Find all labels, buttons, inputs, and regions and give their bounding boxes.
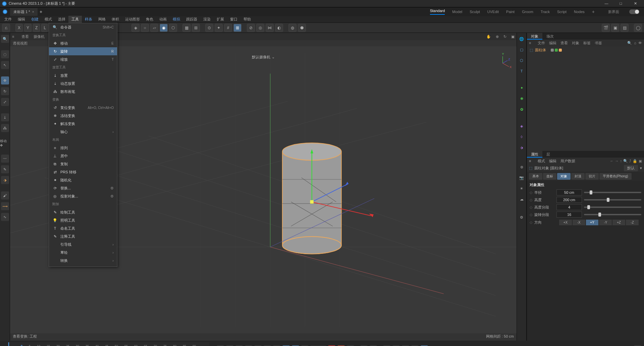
- menu-extensions[interactable]: 扩展: [214, 16, 227, 23]
- menu-item-freeze[interactable]: ❄冻结变换: [49, 112, 117, 120]
- scale-tool-icon[interactable]: ⤢: [1, 98, 9, 106]
- viewport-menu-icon[interactable]: [12, 35, 17, 39]
- menu-animate[interactable]: 动画: [156, 16, 170, 23]
- prim-plane-button[interactable]: ▱: [150, 24, 158, 32]
- menu-item-dynplace[interactable]: ⇣动态放置: [49, 79, 117, 88]
- layout-model[interactable]: Model: [452, 10, 462, 14]
- path-tool-icon[interactable]: ⟿: [1, 202, 9, 210]
- menu-item-commander[interactable]: 🔍命令器Shift+C: [49, 23, 117, 31]
- cursor-icon[interactable]: ↖: [1, 61, 9, 69]
- dir-plus-z[interactable]: +Z: [612, 220, 625, 225]
- object-menu-bookmark[interactable]: 书签: [595, 41, 602, 46]
- palette-globe-icon[interactable]: 🌐: [518, 35, 526, 43]
- tab-layer[interactable]: 层: [542, 151, 554, 158]
- palette-deformer-icon[interactable]: ◈: [518, 122, 526, 130]
- live-select-icon[interactable]: ◌: [1, 50, 9, 58]
- object-search-icon[interactable]: 🔍: [627, 41, 632, 45]
- nav-hand-icon[interactable]: ✋: [486, 35, 491, 39]
- render-dot-icon[interactable]: [559, 49, 562, 52]
- menu-spline[interactable]: 样条: [82, 16, 95, 23]
- menu-edit[interactable]: 编辑: [15, 16, 28, 23]
- menu-item-arrange[interactable]: ≡排列: [49, 144, 117, 152]
- menu-item-prs[interactable]: ⇄PRS 转移: [49, 168, 117, 176]
- height-slider[interactable]: [584, 199, 641, 200]
- menu-volume[interactable]: 体积: [109, 16, 122, 23]
- subtab-coord[interactable]: 坐标: [543, 173, 556, 180]
- magnet-button[interactable]: ⊙: [205, 24, 213, 32]
- menu-item-doodle[interactable]: 草绘›: [49, 248, 117, 256]
- menu-item-guide[interactable]: 引导线›: [49, 240, 117, 248]
- nav-back-icon[interactable]: ←: [610, 159, 614, 163]
- tab-takes[interactable]: 场次: [542, 33, 558, 40]
- palette-effector-icon[interactable]: ❋: [518, 95, 526, 103]
- document-tab[interactable]: 未标题 1 * ×: [10, 8, 38, 16]
- object-menu-icon[interactable]: [529, 41, 534, 45]
- scatter-tool-icon[interactable]: ⁂: [1, 124, 9, 132]
- keyframe-diamond-icon[interactable]: ◇: [530, 213, 532, 217]
- dir-plus-x[interactable]: +X: [559, 220, 572, 225]
- menu-item-scatter[interactable]: ⁂散布画笔: [49, 88, 117, 96]
- attr-collapse-icon[interactable]: ▣: [639, 159, 642, 163]
- menu-item-annotate[interactable]: ✎注释工具: [49, 232, 117, 240]
- attr-preset-label[interactable]: 默认: [624, 165, 638, 171]
- tab-objects[interactable]: 对象: [527, 33, 542, 40]
- menu-tracker[interactable]: 跟踪器: [183, 16, 200, 23]
- render-view-button[interactable]: ◯: [634, 24, 642, 32]
- prim-cylinder-button[interactable]: ◉: [160, 24, 168, 32]
- keyframe-diamond-icon[interactable]: ◇: [530, 190, 532, 195]
- layout-uvedit[interactable]: UVEdit: [487, 10, 499, 14]
- viewport-menu-view[interactable]: 查看: [21, 34, 29, 39]
- radius-slider[interactable]: [584, 192, 641, 193]
- nav-zoom-icon[interactable]: ⊕: [496, 35, 499, 39]
- menu-character[interactable]: 角色: [143, 16, 156, 23]
- rotate-tool-icon[interactable]: ↻: [1, 87, 9, 95]
- menu-file[interactable]: 文件: [1, 16, 15, 23]
- palette-generator-icon[interactable]: ◊: [518, 133, 526, 141]
- attr-goto-icon[interactable]: ⤴: [629, 159, 631, 163]
- object-menu-file[interactable]: 文件: [538, 41, 545, 46]
- palette-material-icon[interactable]: ⊚: [518, 163, 526, 171]
- subtab-phong[interactable]: 平滑着色(Phong): [599, 173, 632, 180]
- attr-menu-icon[interactable]: [529, 159, 534, 163]
- palette-rect-icon[interactable]: ▢: [518, 46, 526, 54]
- menu-item-light[interactable]: 💡照明工具: [49, 216, 117, 224]
- layout-paint[interactable]: Paint: [506, 10, 515, 14]
- attr-lock-icon[interactable]: 🔒: [633, 159, 637, 163]
- history-button[interactable]: ⎌: [2, 24, 10, 32]
- visibility-dot-icon[interactable]: [555, 49, 558, 52]
- menu-render[interactable]: 渲染: [200, 16, 214, 23]
- object-eye-icon[interactable]: 👁: [638, 41, 642, 45]
- palette-text-icon[interactable]: T: [518, 67, 526, 75]
- axis-z-button[interactable]: Z: [33, 24, 40, 32]
- playhead[interactable]: [8, 342, 9, 346]
- axis-x-button[interactable]: X: [15, 24, 23, 32]
- search-icon[interactable]: 🔍: [1, 35, 9, 43]
- palette-render-icon[interactable]: ⚙: [518, 213, 526, 221]
- move-tool-icon[interactable]: ✥: [1, 76, 9, 84]
- minimize-button[interactable]: —: [600, 1, 613, 5]
- render-settings-button[interactable]: 🎬: [602, 24, 610, 32]
- menu-mode[interactable]: 模式: [42, 16, 55, 23]
- menu-window[interactable]: 窗口: [227, 16, 240, 23]
- maximize-button[interactable]: □: [614, 1, 628, 5]
- menu-select[interactable]: 选择: [55, 16, 68, 23]
- menu-item-unfreeze[interactable]: ✦解冻变换: [49, 120, 117, 128]
- nav-fwd-icon[interactable]: →: [615, 159, 619, 163]
- new-tab-button[interactable]: +: [40, 9, 42, 14]
- palette-field-icon[interactable]: ✿: [518, 105, 526, 113]
- subtab-object[interactable]: 对象: [557, 173, 571, 180]
- object-menu-object[interactable]: 对象: [572, 41, 579, 46]
- menu-tools[interactable]: 工具: [68, 16, 82, 23]
- subtab-basic[interactable]: 基本: [529, 173, 542, 180]
- brush-tool-icon[interactable]: 🖌: [1, 191, 9, 199]
- rseg-slider[interactable]: [584, 214, 641, 215]
- grid-toggle-button[interactable]: #: [224, 24, 232, 32]
- subtab-slice[interactable]: 切片: [585, 173, 599, 180]
- radius-input[interactable]: 50 cm: [556, 189, 582, 195]
- timeline-ruler[interactable]: 051015202530354045505560657075808590 0 F…: [7, 342, 209, 346]
- layer-dot-icon[interactable]: [551, 49, 554, 52]
- menu-item-project[interactable]: ◎投射对象...⚙: [49, 192, 117, 200]
- knife-tool-icon[interactable]: ✎: [1, 165, 9, 173]
- psr-button[interactable]: ◍: [288, 24, 297, 32]
- menu-item-reset[interactable]: ↺复位变换Alt+O, Ctrl+Alt+O: [49, 104, 117, 112]
